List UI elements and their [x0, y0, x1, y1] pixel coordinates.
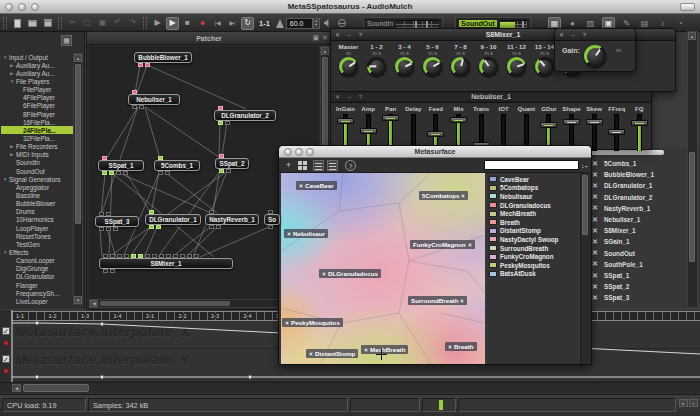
surface-snapshot-nebulisaur[interactable]: Nebulisaur — [284, 229, 328, 238]
snapshot-handle-icon[interactable] — [364, 348, 368, 352]
mute-solo-labels[interactable]: m s — [363, 50, 390, 57]
snapshot-row-surroundbreath[interactable]: SurroundBreath — [489, 244, 548, 253]
port-audio[interactable] — [194, 254, 199, 258]
port-audio[interactable] — [117, 254, 122, 258]
snapshot-row-mechbreath[interactable]: MechBreath — [489, 209, 536, 218]
port-audio[interactable] — [209, 225, 214, 229]
port-midi[interactable] — [218, 106, 223, 110]
palette-item-loopplayer[interactable]: LoopPlayer — [1, 224, 73, 232]
palette-item-16filepla[interactable]: 16FilePla... — [1, 118, 73, 126]
patcher-node-dlgranulator-2[interactable]: DLGranulator_2 — [214, 110, 276, 121]
surface-snapshot-5combatops[interactable]: 5Combatops — [419, 191, 468, 200]
remove-icon[interactable]: ✕ — [592, 283, 604, 291]
snapshot-handle-icon[interactable] — [299, 184, 303, 188]
window-controls[interactable]: ✕ – ? — [559, 31, 589, 38]
toolbar-grip[interactable] — [58, 17, 62, 29]
scrollbar-thumb[interactable] — [689, 152, 695, 262]
document-row-sspat-2[interactable]: ▶✕SSpat_2 — [576, 281, 686, 292]
port-signal[interactable] — [219, 169, 224, 173]
channel-knob[interactable] — [507, 57, 526, 76]
port-audio[interactable] — [173, 254, 178, 258]
port-signal[interactable] — [218, 121, 223, 125]
patcher-node-bubbleblower-1[interactable]: BubbleBlower_1 — [134, 52, 192, 63]
remove-icon[interactable]: ✕ — [592, 171, 604, 179]
slider-thumb[interactable] — [337, 118, 354, 124]
channel-knob[interactable] — [535, 57, 554, 76]
surface-snapshot-cavebear[interactable]: CaveBear — [296, 181, 337, 190]
palette-item-canonlooper[interactable]: CanonLooper — [1, 257, 73, 265]
slider-thumb[interactable] — [608, 129, 625, 135]
port-audio[interactable] — [187, 254, 192, 258]
document-row-sspat-1[interactable]: ▶✕SSpat_1 — [576, 270, 686, 281]
port-audio[interactable] — [110, 254, 115, 258]
detach-panel-icon[interactable]: ▣ — [313, 34, 320, 41]
port-midi[interactable] — [132, 90, 137, 94]
close-panel-icon[interactable]: ✕ — [322, 34, 328, 41]
snapshot-search-input[interactable] — [484, 160, 579, 170]
channel-knob[interactable] — [395, 57, 414, 76]
port-audio[interactable] — [106, 212, 111, 216]
document-row-soundout[interactable]: ▶✕SoundOut — [576, 248, 686, 259]
palette-item-file-recorders[interactable]: ▶File Recorders — [1, 143, 73, 151]
lane-y-enable-checkbox[interactable]: ✓ — [2, 355, 10, 363]
port-audio[interactable] — [166, 254, 171, 258]
snapshot-row-cavebear[interactable]: CaveBear — [489, 175, 529, 184]
remove-icon[interactable]: ✕ — [592, 249, 604, 257]
remove-icon[interactable]: ✕ — [592, 216, 604, 224]
palette-item-frequencysh[interactable]: FrequencySh... — [1, 289, 73, 297]
document-row-nastyreverb-1[interactable]: ▶✕NastyReverb_1 — [576, 203, 686, 214]
remove-icon[interactable]: ✕ — [592, 227, 604, 235]
power-button[interactable]: ◔ — [674, 17, 687, 30]
mute-solo-labels[interactable]: m — [335, 50, 362, 57]
port-audio[interactable] — [165, 171, 170, 175]
remove-icon[interactable]: ✕ — [592, 182, 604, 190]
port-audio[interactable] — [99, 227, 104, 231]
gain-titlebar[interactable]: ✕ – ? — [555, 29, 635, 41]
window-widget[interactable] — [680, 3, 695, 11]
slider-thumb[interactable] — [563, 119, 580, 125]
port-midi[interactable] — [102, 156, 107, 160]
port-signal[interactable] — [149, 225, 154, 229]
slider-thumb[interactable] — [360, 128, 377, 134]
port-signal[interactable] — [158, 156, 163, 160]
port-audio[interactable] — [268, 225, 273, 229]
snapshot-handle-icon[interactable] — [468, 243, 472, 247]
palette-item-bassline[interactable]: Bassline — [1, 191, 73, 199]
surface-snapshot-funkycromagnon[interactable]: FunkyCroMagnon — [410, 240, 475, 249]
tempo-input[interactable]: 60.0 — [286, 18, 313, 29]
port-audio[interactable] — [225, 121, 230, 125]
scrollbar-thumb[interactable] — [582, 175, 588, 235]
palette-item-input-output[interactable]: ▼Input / Output — [1, 53, 73, 61]
document-row-nebuliser-1[interactable]: ▶✕Nebuliser_1 — [576, 214, 686, 225]
param-slider-ffreq[interactable] — [605, 114, 628, 151]
slider-thumb[interactable] — [631, 120, 648, 126]
snapshot-handle-icon[interactable] — [309, 352, 313, 356]
snapshot-handle-icon[interactable] — [448, 345, 452, 349]
remove-icon[interactable]: ✕ — [592, 160, 604, 168]
palette-item-soundout[interactable]: SoundOut — [1, 167, 73, 175]
tempo-spinner[interactable]: ▲▼ — [313, 18, 320, 29]
zoom-in-button[interactable]: ▸ — [679, 399, 688, 407]
palette-scrollbar[interactable]: ▲ ▼ — [73, 53, 83, 305]
palette-item-file-players[interactable]: ▼File Players — [1, 77, 73, 85]
port-midi[interactable] — [219, 154, 224, 158]
port-audio[interactable] — [158, 171, 163, 175]
palette-item-bubbleblower[interactable]: BubbleBlower — [1, 200, 73, 208]
scroll-down-icon[interactable]: ▼ — [74, 296, 82, 304]
gain-knob[interactable] — [584, 45, 606, 67]
port-signal[interactable] — [102, 171, 107, 175]
scroll-left-icon[interactable]: ◀ — [12, 384, 21, 392]
document-row-bubbleblower-1[interactable]: ▶✕BubbleBlower_1 — [576, 169, 686, 180]
port-midi[interactable] — [138, 63, 143, 67]
surface-snapshot-breath[interactable]: Breath — [445, 342, 477, 351]
port-signal[interactable] — [156, 225, 161, 229]
remove-icon[interactable]: ✕ — [592, 272, 604, 280]
snapshot-row-dlgranuladocus[interactable]: DLGranuladocus — [489, 201, 551, 210]
port-signal[interactable] — [109, 171, 114, 175]
scrollbar-thumb[interactable] — [75, 64, 81, 224]
port-audio[interactable] — [145, 254, 150, 258]
port-audio[interactable] — [124, 254, 129, 258]
palette-item-signal-generators[interactable]: ▼Signal Generators — [1, 175, 73, 183]
remove-icon[interactable]: ✕ — [592, 294, 604, 302]
palette-item-drums[interactable]: Drums — [1, 208, 73, 216]
